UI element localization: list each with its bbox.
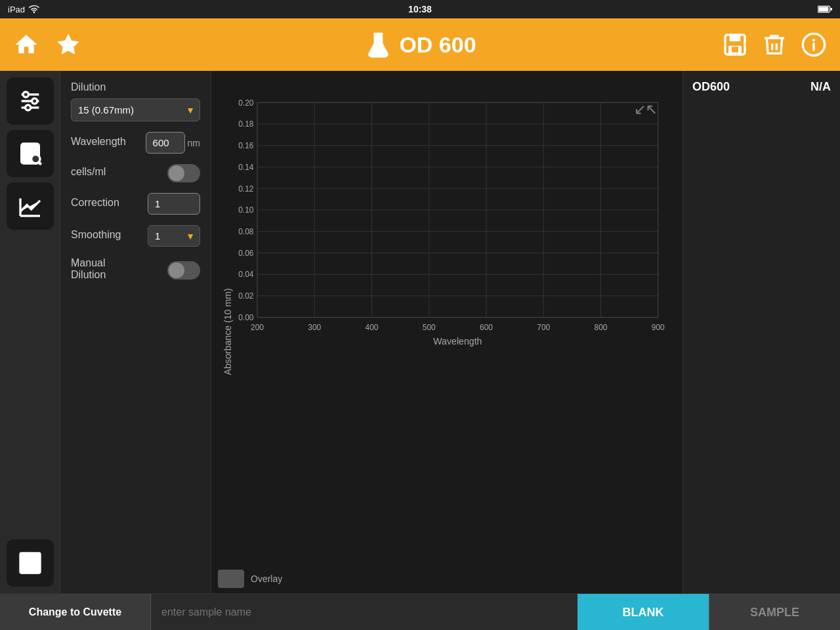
svg-line-70 <box>637 106 644 114</box>
svg-rect-3 <box>373 33 383 35</box>
manual-dilution-group: ManualDilution <box>71 257 200 284</box>
sidebar-item-chart[interactable] <box>7 182 54 230</box>
right-panel: OD600 N/A <box>682 71 840 593</box>
sidebar-item-sliders[interactable] <box>7 77 54 125</box>
overlay-toggle[interactable] <box>218 570 244 588</box>
smoothing-label: Smoothing <box>71 229 121 241</box>
compress-icon <box>637 106 655 114</box>
svg-text:0.02: 0.02 <box>238 291 254 301</box>
svg-text:0.04: 0.04 <box>238 270 254 279</box>
star-icon[interactable] <box>55 32 81 58</box>
dilution-label: Dilution <box>71 81 200 93</box>
svg-text:400: 400 <box>365 323 378 332</box>
smoothing-dropdown-wrapper: 1 2 3 5 ▼ <box>148 225 200 247</box>
svg-point-17 <box>32 98 37 104</box>
status-time: 10:38 <box>408 4 432 14</box>
svg-text:900: 900 <box>652 323 665 332</box>
svg-text:0.08: 0.08 <box>238 227 254 236</box>
sample-button[interactable]: SAMPLE <box>709 594 840 630</box>
chart-area: Absorbance (10 mm) 0.20 0.18 0.16 0.14 <box>211 71 682 593</box>
blank-button[interactable]: BLANK <box>578 594 709 630</box>
correction-label: Correction <box>71 197 119 209</box>
svg-text:0.20: 0.20 <box>238 98 254 108</box>
svg-rect-1 <box>818 7 828 12</box>
chart-svg: Absorbance (10 mm) 0.20 0.18 0.16 0.14 <box>218 77 676 564</box>
change-to-cuvette-button[interactable]: Change to Cuvette <box>0 594 151 630</box>
bottom-bar: Change to Cuvette BLANK SAMPLE <box>0 593 840 630</box>
svg-text:500: 500 <box>423 323 436 332</box>
dilution-select[interactable]: 15 (0.67mm) 1 (10mm) 5 (2mm) 10 (1mm) <box>71 98 200 121</box>
smoothing-group: Smoothing 1 2 3 5 ▼ <box>71 225 200 247</box>
svg-text:Wavelength: Wavelength <box>433 336 482 346</box>
svg-text:300: 300 <box>308 323 321 332</box>
home-icon[interactable] <box>13 32 39 58</box>
svg-rect-7 <box>732 47 738 52</box>
sidebar-item-report[interactable] <box>7 130 54 177</box>
svg-text:200: 200 <box>251 323 264 332</box>
sidebar-item-table[interactable] <box>7 539 54 587</box>
ipad-label: iPad <box>8 5 25 14</box>
correction-input[interactable] <box>148 193 200 215</box>
wifi-icon <box>29 5 39 13</box>
svg-text:0.18: 0.18 <box>238 119 254 129</box>
delete-icon[interactable] <box>761 32 788 58</box>
battery-icon <box>818 5 832 13</box>
controls-panel: Dilution 15 (0.67mm) 1 (10mm) 5 (2mm) 10… <box>60 71 211 593</box>
svg-text:700: 700 <box>537 323 550 332</box>
left-sidebar <box>0 71 60 593</box>
wavelength-input[interactable] <box>146 132 185 154</box>
od600-label: OD600 <box>692 80 730 94</box>
y-axis-label: Absorbance (10 mm) <box>222 288 233 375</box>
svg-text:0.12: 0.12 <box>238 184 254 194</box>
cells-label: cells/ml <box>71 166 106 178</box>
wavelength-group: Wavelength nm <box>71 132 200 154</box>
manual-dilution-label: ManualDilution <box>71 257 106 281</box>
dilution-dropdown-wrapper: 15 (0.67mm) 1 (10mm) 5 (2mm) 10 (1mm) ▼ <box>71 98 200 121</box>
wavelength-unit: nm <box>188 138 200 148</box>
status-bar: iPad 10:38 <box>0 0 840 18</box>
svg-line-73 <box>648 106 655 114</box>
manual-dilution-toggle[interactable] <box>167 261 200 280</box>
app-title: OD 600 <box>399 32 476 58</box>
correction-group: Correction <box>71 193 200 215</box>
od-row: OD600 N/A <box>692 80 831 94</box>
svg-text:0.06: 0.06 <box>238 249 254 258</box>
svg-text:0.16: 0.16 <box>238 141 254 150</box>
overlay-label: Overlay <box>251 574 282 584</box>
svg-text:800: 800 <box>594 323 607 332</box>
svg-text:600: 600 <box>480 323 493 332</box>
cells-toggle[interactable] <box>167 164 200 182</box>
info-icon[interactable] <box>801 32 827 58</box>
svg-rect-5 <box>730 35 741 41</box>
save-icon[interactable] <box>722 32 748 58</box>
wavelength-label: Wavelength <box>71 136 126 148</box>
cells-group: cells/ml <box>71 164 200 182</box>
top-bar: OD 600 <box>0 18 840 71</box>
overlay-row: Overlay <box>218 564 676 593</box>
chart-container: Absorbance (10 mm) 0.20 0.18 0.16 0.14 <box>218 77 676 564</box>
svg-text:0.00: 0.00 <box>238 313 254 322</box>
svg-point-23 <box>31 155 39 163</box>
svg-line-24 <box>39 162 41 164</box>
flask-icon <box>364 30 392 59</box>
svg-point-18 <box>25 105 30 110</box>
od600-value: N/A <box>810 80 831 94</box>
sample-name-input[interactable] <box>151 594 578 630</box>
svg-text:0.10: 0.10 <box>238 205 254 215</box>
svg-rect-2 <box>830 8 832 10</box>
smoothing-select[interactable]: 1 2 3 5 <box>148 225 200 247</box>
svg-rect-27 <box>20 553 40 573</box>
dilution-group: Dilution 15 (0.67mm) 1 (10mm) 5 (2mm) 10… <box>71 81 200 121</box>
svg-text:0.14: 0.14 <box>238 163 254 172</box>
svg-point-16 <box>23 92 28 97</box>
